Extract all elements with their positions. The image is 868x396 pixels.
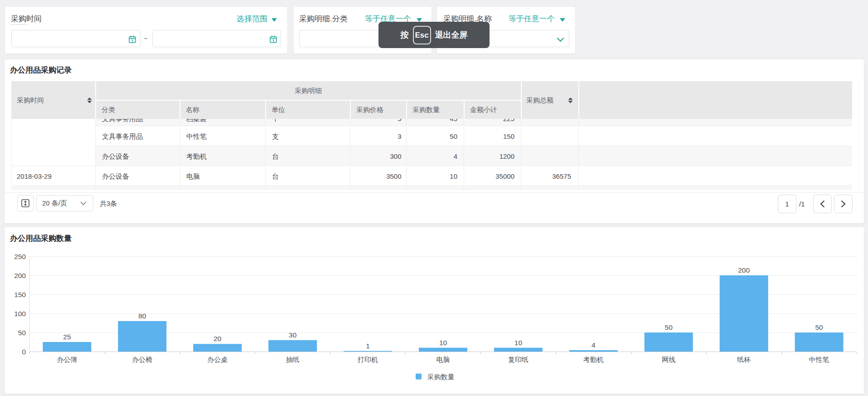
svg-text:80: 80: [138, 312, 146, 320]
svg-text:50: 50: [815, 323, 823, 331]
svg-text:50: 50: [18, 329, 26, 337]
svg-text:中性笔: 中性笔: [809, 356, 829, 363]
svg-text:100: 100: [14, 310, 26, 318]
svg-text:打印机: 打印机: [357, 356, 378, 363]
svg-text:考勤机: 考勤机: [583, 356, 604, 363]
svg-text:1: 1: [366, 342, 370, 350]
svg-text:抽纸: 抽纸: [286, 356, 300, 363]
svg-text:电脑: 电脑: [436, 356, 450, 363]
svg-text:150: 150: [14, 291, 26, 298]
svg-text:200: 200: [14, 272, 26, 279]
svg-text:0: 0: [22, 348, 26, 356]
svg-text:4: 4: [592, 341, 596, 349]
svg-text:纸杯: 纸杯: [737, 356, 751, 363]
svg-text:10: 10: [514, 339, 523, 347]
svg-text:25: 25: [63, 333, 71, 341]
svg-text:250: 250: [14, 253, 26, 260]
svg-text:200: 200: [738, 266, 750, 274]
svg-text:采购数量: 采购数量: [427, 373, 455, 381]
svg-text:办公桌: 办公桌: [207, 356, 228, 363]
svg-text:办公椅: 办公椅: [132, 356, 152, 363]
svg-text:复印纸: 复印纸: [508, 356, 529, 363]
svg-text:办公簿: 办公簿: [57, 356, 77, 363]
svg-text:50: 50: [665, 323, 673, 331]
svg-text:20: 20: [213, 335, 222, 342]
svg-text:30: 30: [289, 331, 297, 339]
svg-text:网线: 网线: [662, 356, 675, 363]
svg-text:10: 10: [439, 339, 447, 347]
